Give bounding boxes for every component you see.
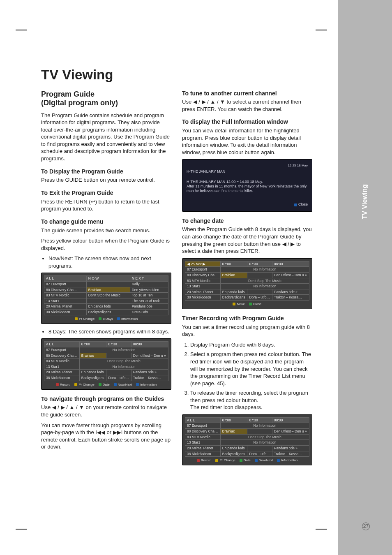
col-header: 07:00 (220, 417, 247, 423)
step: To release the timer recording, select t… (190, 389, 312, 411)
text: Use (182, 99, 193, 105)
paragraph: You can view detail information for the … (182, 127, 312, 156)
subheading: To change date (182, 217, 312, 224)
channel-cell: 80 Discovery Cha… (44, 353, 80, 358)
program-cell: Brainiac (79, 353, 106, 358)
channel-cell: 13 Star1 (44, 364, 80, 370)
program-cell (247, 289, 272, 295)
guide-screenshot-8days: A L L 07:00 07:30 08:00 87 EurosportNo I… (41, 338, 171, 389)
legend-item: Pr Change (78, 383, 94, 386)
channel-cell: 83 MTV Nordic (185, 278, 221, 284)
col-header: ◀ 25 Mar ▶ (185, 261, 221, 267)
info-line: H-THE JANUARY MAN 12:00 ~ 14:00 18 May. (187, 180, 308, 184)
channel-cell: 20 Animal Planet (44, 304, 87, 310)
program-cell: Don't Stop The Music (220, 434, 309, 440)
col-header: N O W (86, 276, 130, 282)
col-header: N E X T (130, 276, 168, 282)
legend-item: Information (281, 458, 297, 462)
channel-cell: 87 Eurosport (185, 267, 221, 273)
page-number: 27 (362, 523, 370, 530)
text: Press the RETURN ( (41, 199, 91, 205)
program-cell: Greta Gris (130, 310, 168, 315)
col-header: A L L (185, 417, 221, 423)
shotB-body: 87 EurosportNo Information80 Discovery C… (44, 347, 168, 381)
program-cell: Don't Stop the Music (86, 293, 130, 298)
program-cell (106, 370, 131, 375)
paragraph: You can move faster through programs by … (41, 422, 171, 451)
channel-cell: 13 Star1 (185, 284, 221, 289)
program-cell (247, 445, 272, 451)
arrow-icons: ◀ / ▶ / ▲ / ▼ (52, 404, 84, 410)
info-desc: After 11 murders in 11 months, the mayor… (187, 184, 308, 194)
crop-mark (316, 30, 327, 30)
program-cell: The ABC's of rock (130, 298, 168, 304)
legend-item: 8 Days (103, 317, 113, 321)
program-cell: No Information (220, 423, 309, 429)
channel-cell: 20 Animal Planet (185, 445, 221, 451)
arrow-icons: ◀ / ▶ (282, 241, 295, 247)
program-cell: En panda föds (79, 370, 106, 375)
paragraph: Press the RETURN (↩) button to return to… (41, 198, 171, 213)
channel-cell: 13 Star1 (185, 440, 221, 446)
shotC-body: 87 EurosportNo Information80 Discovery C… (185, 267, 309, 301)
step: Select a program then press red colour b… (190, 351, 312, 387)
program-cell: Pandans öde » (131, 370, 168, 375)
program-cell: Don't Stop The Music (220, 278, 309, 284)
channel-cell: 13 Star1 (44, 298, 87, 304)
program-cell: Den yttersta tiden (130, 287, 168, 293)
page-body: TV Viewing Program Guide (Digital progra… (0, 0, 312, 469)
guide-screenshot-date: ◀ 25 Mar ▶ 07:00 07:30 08:00 87 Eurospor… (182, 258, 312, 309)
legend-item: Pr Change (219, 458, 235, 462)
legend-item: Date (244, 458, 251, 462)
program-cell: Dora – utfo… (247, 295, 272, 301)
program-cell: Brainiac (220, 429, 247, 435)
section-heading: Program Guide (Digital program only) (41, 90, 171, 108)
col-header: 07:30 (106, 342, 131, 347)
legend-item: Information (140, 383, 157, 386)
program-cell (106, 353, 131, 358)
subheading: To tune to another current channel (182, 90, 312, 97)
col-header: 07:00 (220, 261, 247, 267)
channel-cell: 38 Nickelodeon (185, 451, 221, 457)
channel-cell: 38 Nickelodeon (185, 295, 221, 301)
program-cell: Traktor – Kossa… (272, 451, 309, 457)
program-cell: Dora – utfo… (247, 451, 272, 457)
program-cell (247, 272, 272, 278)
skip-back-icon: I◀◀ (95, 429, 105, 435)
program-cell: No Information (220, 284, 309, 289)
guide-screenshot-timer: A L L 07:00 07:30 08:00 87 EurosportNo I… (182, 414, 312, 465)
paragraph: When the Program Guide with 8 days is di… (182, 226, 312, 254)
program-cell: Brainiac (86, 287, 130, 293)
paragraph: The guide screen provides two search men… (41, 227, 171, 234)
channel-cell: 87 Eurosport (44, 347, 80, 353)
program-cell: Rally… (130, 281, 168, 287)
legend-item: Now/Next (118, 383, 132, 386)
legend-item: Pr Change (79, 317, 95, 321)
program-cell: En panda föds (220, 445, 247, 451)
program-cell: Backyardigans (220, 451, 247, 457)
info-title: H-THE JANUARY MAN (187, 169, 308, 174)
channel-cell: 80 Discovery Cha… (185, 429, 221, 435)
channel-cell: 20 Animal Planet (44, 370, 80, 375)
paragraph: Press the GUIDE button on your remote co… (41, 176, 171, 184)
info-window-screenshot: 12:25 18 May H-THE JANUARY MAN H-THE JAN… (182, 159, 312, 211)
program-cell: Brainiac (220, 272, 247, 278)
legend-item: Close (253, 302, 261, 306)
subheading: Timer Recording with Program Guide (182, 315, 312, 322)
legend-item: Now/Next (259, 458, 273, 462)
program-cell: Pandans öde » (272, 289, 309, 295)
paragraph: Use ◀ / ▶ / ▲ / ▼ on your remote control… (41, 404, 171, 418)
program-cell: Traktor – Kossa… (272, 295, 309, 301)
program-cell (86, 298, 130, 304)
col-header: 07:30 (247, 261, 272, 267)
col-header: A L L (44, 276, 87, 282)
program-cell: No Information (220, 440, 309, 446)
channel-cell: 83 MTV Nordic (44, 358, 80, 364)
col-header: 07:30 (247, 417, 272, 423)
col-header: 08:00 (272, 261, 309, 267)
program-cell (86, 281, 130, 287)
legend-item: Record (60, 383, 71, 386)
subheading: To change guide menu (41, 218, 171, 225)
shotD-body: 87 EurosportNo Information80 Discovery C… (185, 423, 309, 457)
program-cell: No Information (220, 267, 309, 273)
